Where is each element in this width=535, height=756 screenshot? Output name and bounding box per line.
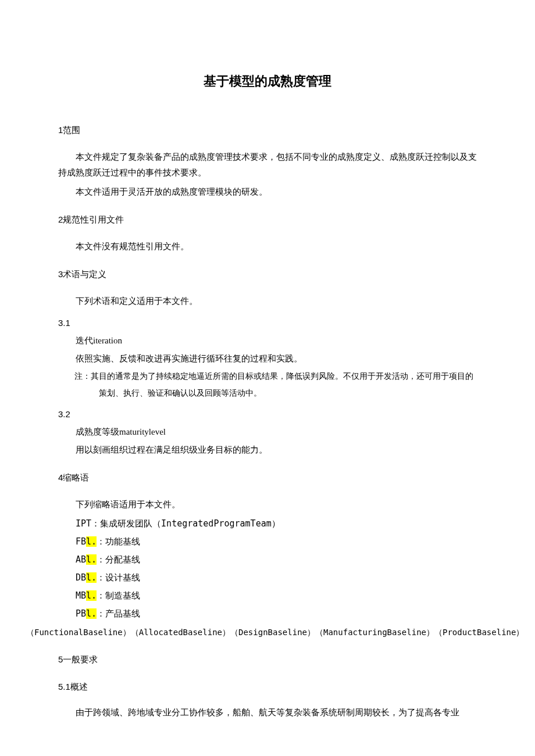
abbr-fb-highlight: l. — [86, 536, 97, 547]
term-3-1-title: 迭代iteration — [76, 333, 477, 349]
abbr-pb-suffix: ：产品基线 — [97, 608, 140, 619]
abbr-mb-prefix: MB — [76, 590, 86, 601]
abbr-ab-highlight: l. — [86, 554, 97, 565]
section-5-1-para-1: 由于跨领域、跨地域专业分工协作较多，船舶、航天等复杂装备系统研制周期较长，为了提… — [58, 705, 477, 721]
section-3-para-1: 下列术语和定义适用于本文件。 — [58, 293, 477, 309]
abbr-mb: MBl.：制造基线 — [76, 588, 477, 604]
term-3-2-number: 3.2 — [58, 406, 477, 422]
term-3-2-title: 成熟度等级maturitylevel — [76, 424, 477, 440]
abbr-pb-prefix: PB — [76, 608, 86, 619]
abbr-ipt: IPT：集成研发团队（IntegratedProgramTeam） — [76, 516, 477, 532]
section-2-para-1: 本文件没有规范性引用文件。 — [58, 239, 477, 255]
term-3-1-number: 3.1 — [58, 315, 477, 331]
section-1-para-2: 本文件适用于灵活开放的成熟度管理模块的研发。 — [58, 184, 477, 200]
abbr-ab: ABl.：分配基线 — [76, 552, 477, 568]
abbr-mb-suffix: ：制造基线 — [97, 590, 140, 601]
abbr-full-names: （FunctionalBaseline）（AllocatedBaseline）（… — [26, 625, 477, 640]
abbr-fb-prefix: FB — [76, 536, 86, 547]
section-1-heading: 1范围 — [58, 122, 477, 138]
abbr-db-suffix: ：设计基线 — [97, 572, 140, 583]
abbr-pb-highlight: l. — [86, 608, 97, 619]
term-3-1-note-line-2: 策划、执行、验证和确认以及回顾等活动中。 — [99, 386, 477, 400]
abbr-db-prefix: DB — [76, 572, 86, 583]
section-5-heading: 5一般要求 — [58, 651, 477, 667]
abbr-mb-highlight: l. — [86, 590, 97, 601]
section-2-heading: 2规范性引用文件 — [58, 212, 477, 227]
abbr-pb: PBl.：产品基线 — [76, 606, 477, 622]
section-1-para-1: 本文件规定了复杂装备产品的成熟度管理技术要求，包括不同专业的成熟度定义、成熟度跃… — [58, 149, 477, 181]
section-3-heading: 3术语与定义 — [58, 266, 477, 282]
section-4-heading: 4缩略语 — [58, 470, 477, 485]
abbr-ab-suffix: ：分配基线 — [97, 554, 140, 565]
abbr-fb: FBl.：功能基线 — [76, 534, 477, 550]
document-title: 基于模型的成熟度管理 — [58, 70, 477, 93]
term-3-1-definition: 依照实施、反馈和改进再实施进行循环往复的过程和实践。 — [76, 351, 477, 367]
abbr-fb-suffix: ：功能基线 — [97, 536, 140, 547]
abbr-ab-prefix: AB — [76, 554, 86, 565]
section-4-para-1: 下列缩略语适用于本文件。 — [58, 497, 477, 513]
abbr-db: DBl.：设计基线 — [76, 570, 477, 586]
abbr-db-highlight: l. — [86, 572, 97, 583]
section-5-1-heading: 5.1概述 — [58, 679, 477, 694]
term-3-2-definition: 用以刻画组织过程在满足组织级业务目标的能力。 — [76, 442, 477, 458]
term-3-1-note-line-1: 注：其目的通常是为了持续稳定地逼近所需的目标或结果，降低误判风险。不仅用于开发活… — [74, 369, 477, 384]
